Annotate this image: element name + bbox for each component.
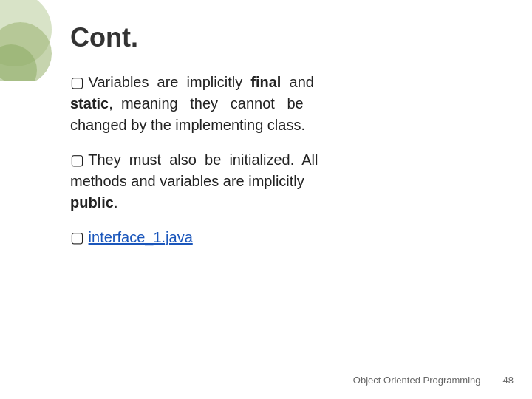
interface-link[interactable]: interface_1.java xyxy=(89,229,193,245)
keyword-public: public xyxy=(70,194,114,211)
bullet-2-text: ▢ They must also be initialized. All met… xyxy=(70,151,318,211)
bullet-1-marker: ▢ xyxy=(70,74,84,90)
bullet-1-label: Variables are implicitly xyxy=(89,74,251,90)
slide-title: Cont. xyxy=(70,22,510,53)
footer-label: Object Oriented Programming xyxy=(353,375,481,386)
slide-container: Cont. ▢ Variables are implicitly final a… xyxy=(0,0,532,399)
footer-page-number: 48 xyxy=(503,375,514,386)
decorative-corner xyxy=(0,0,63,81)
bullet-1-text: ▢ Variables are implicitly final and sta… xyxy=(70,74,314,133)
bullet-3-text: ▢ interface_1.java xyxy=(70,229,193,245)
bullet-2-label: They must also be initialized. All metho… xyxy=(70,151,318,211)
bullet-2-marker: ▢ xyxy=(70,151,84,168)
bullet-2: ▢ They must also be initialized. All met… xyxy=(70,149,510,214)
bullet-3-marker: ▢ xyxy=(70,229,84,245)
bullet-1: ▢ Variables are implicitly final and sta… xyxy=(70,72,510,136)
keyword-final: final xyxy=(250,74,281,90)
bullet-3: ▢ interface_1.java xyxy=(70,227,510,248)
content-area: Cont. ▢ Variables are implicitly final a… xyxy=(70,22,510,399)
keyword-static: static xyxy=(70,95,109,112)
footer: Object Oriented Programming 48 xyxy=(353,375,514,386)
